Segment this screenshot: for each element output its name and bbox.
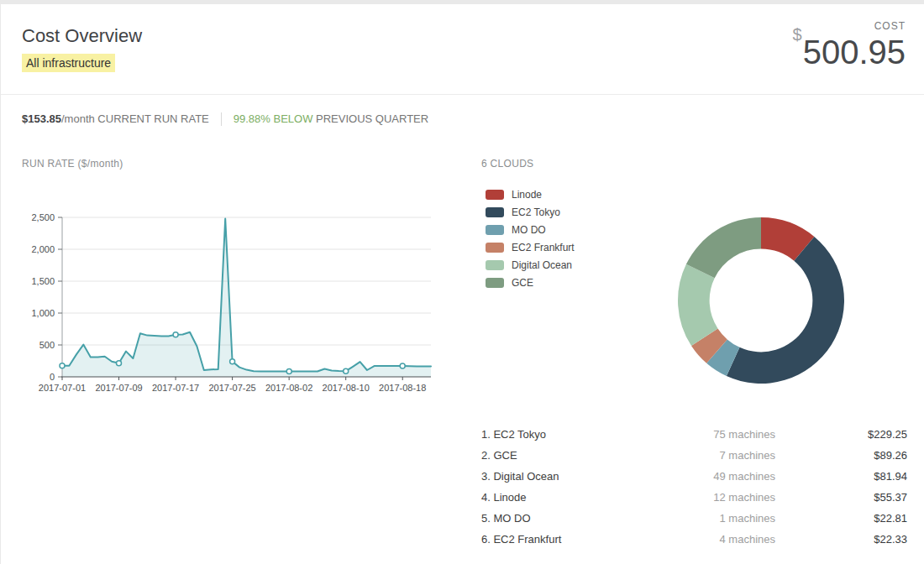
cloud-row: 6. EC2 Frankfurt4 machines$22.33 bbox=[481, 529, 907, 550]
run-rate-area-chart[interactable]: 05001,0001,5002,0002,5002017-07-012017-0… bbox=[1, 168, 454, 399]
x-tick-label: 2017-07-25 bbox=[208, 383, 255, 393]
cloud-rank-name: 5. MO DO bbox=[481, 512, 649, 525]
legend-item: GCE bbox=[486, 274, 575, 291]
x-tick-label: 2017-07-17 bbox=[152, 383, 199, 393]
x-tick-label: 2017-08-02 bbox=[265, 383, 312, 393]
clouds-donut-chart[interactable] bbox=[669, 208, 853, 393]
cloud-row: 3. Digital Ocean49 machines$81.94 bbox=[481, 466, 907, 487]
comparison-suffix: PREVIOUS QUARTER bbox=[316, 112, 428, 125]
data-point-marker[interactable] bbox=[230, 359, 235, 364]
cost-value: $500.95 bbox=[793, 35, 906, 69]
cloud-machines: 75 machines bbox=[649, 428, 775, 441]
cloud-cost: $229.25 bbox=[775, 428, 907, 441]
cloud-machines: 7 machines bbox=[649, 449, 775, 462]
data-point-marker[interactable] bbox=[344, 368, 349, 373]
y-tick-label: 1,000 bbox=[31, 308, 55, 318]
legend-item: Digital Ocean bbox=[486, 256, 575, 274]
legend-label: GCE bbox=[512, 277, 533, 289]
y-tick-label: 2,000 bbox=[31, 244, 55, 254]
cloud-rank-name: 1. EC2 Tokyo bbox=[481, 428, 649, 441]
legend-item: EC2 Tokyo bbox=[486, 203, 575, 221]
donut-segment-gce[interactable] bbox=[686, 217, 761, 278]
infrastructure-filter[interactable]: All infrastructure bbox=[22, 54, 115, 72]
cloud-cost: $22.33 bbox=[775, 533, 907, 546]
data-point-marker[interactable] bbox=[173, 332, 178, 337]
cloud-rank-name: 3. Digital Ocean bbox=[481, 470, 649, 483]
legend-label: Digital Ocean bbox=[512, 259, 572, 271]
legend-swatch-icon bbox=[486, 243, 504, 253]
legend-label: EC2 Frankfurt bbox=[512, 242, 575, 253]
legend-label: Linode bbox=[512, 189, 542, 201]
cost-overview-page: Cost Overview All infrastructure COST $5… bbox=[0, 0, 924, 564]
run-rate-line bbox=[62, 219, 431, 372]
run-rate-suffix: /month CURRENT RUN RATE bbox=[61, 112, 209, 125]
cloud-rank-name: 6. EC2 Frankfurt bbox=[481, 533, 649, 546]
stats-separator bbox=[221, 112, 222, 126]
clouds-cost-table: 1. EC2 Tokyo75 machines$229.252. GCE7 ma… bbox=[481, 424, 907, 550]
data-point-marker[interactable] bbox=[400, 363, 405, 368]
currency-symbol: $ bbox=[793, 25, 802, 44]
y-tick-label: 2,500 bbox=[31, 212, 55, 222]
y-tick-label: 0 bbox=[50, 372, 55, 382]
legend-item: Linode bbox=[486, 185, 575, 203]
run-rate-amount: $153.85 bbox=[22, 112, 61, 125]
y-tick-label: 1,500 bbox=[31, 276, 55, 286]
header-divider bbox=[1, 94, 924, 95]
cloud-row: 5. MO DO1 machines$22.81 bbox=[481, 508, 907, 529]
legend-swatch-icon bbox=[486, 278, 504, 288]
legend-label: MO DO bbox=[512, 224, 546, 236]
data-point-marker[interactable] bbox=[60, 363, 65, 368]
y-tick-label: 500 bbox=[39, 340, 55, 350]
cloud-row: 1. EC2 Tokyo75 machines$229.25 bbox=[481, 424, 907, 445]
legend-swatch-icon bbox=[486, 225, 504, 235]
run-rate-stats: $153.85/month CURRENT RUN RATE99.88% BEL… bbox=[22, 112, 428, 126]
area-fill bbox=[62, 219, 431, 378]
cost-amount: 500.95 bbox=[803, 34, 906, 70]
legend-item: EC2 Frankfurt bbox=[486, 238, 575, 256]
cloud-machines: 4 machines bbox=[649, 533, 775, 546]
data-point-marker[interactable] bbox=[286, 369, 291, 374]
cloud-cost: $55.37 bbox=[775, 491, 907, 504]
cloud-row: 2. GCE7 machines$89.26 bbox=[481, 445, 907, 466]
legend-swatch-icon bbox=[486, 207, 504, 217]
comparison-highlight: 99.88% BELOW bbox=[234, 112, 313, 125]
clouds-section-title: 6 CLOUDS bbox=[481, 158, 533, 170]
top-strip bbox=[1, 0, 924, 4]
cloud-machines: 1 machines bbox=[649, 512, 775, 525]
cloud-cost: $22.81 bbox=[775, 512, 907, 525]
x-tick-label: 2017-07-09 bbox=[95, 383, 142, 393]
legend-item: MO DO bbox=[486, 221, 575, 238]
x-tick-label: 2017-07-01 bbox=[39, 383, 86, 393]
cost-label: COST bbox=[793, 20, 906, 32]
cost-summary: COST $500.95 bbox=[793, 20, 906, 69]
cloud-machines: 49 machines bbox=[649, 470, 775, 483]
data-point-marker[interactable] bbox=[117, 361, 122, 366]
cloud-cost: $81.94 bbox=[775, 470, 907, 483]
cloud-cost: $89.26 bbox=[775, 449, 907, 462]
cloud-machines: 12 machines bbox=[649, 491, 775, 504]
cloud-rank-name: 2. GCE bbox=[481, 449, 649, 462]
legend-label: EC2 Tokyo bbox=[512, 206, 560, 218]
x-tick-label: 2017-08-10 bbox=[323, 383, 370, 393]
cloud-rank-name: 4. Linode bbox=[481, 491, 649, 504]
cloud-row: 4. Linode12 machines$55.37 bbox=[481, 487, 907, 508]
legend-swatch-icon bbox=[486, 260, 504, 270]
donut-segment-ec2-tokyo[interactable] bbox=[727, 237, 844, 384]
clouds-legend: LinodeEC2 TokyoMO DOEC2 FrankfurtDigital… bbox=[486, 185, 575, 291]
x-tick-label: 2017-08-18 bbox=[379, 383, 426, 393]
legend-swatch-icon bbox=[486, 190, 504, 200]
page-title: Cost Overview bbox=[22, 25, 142, 47]
